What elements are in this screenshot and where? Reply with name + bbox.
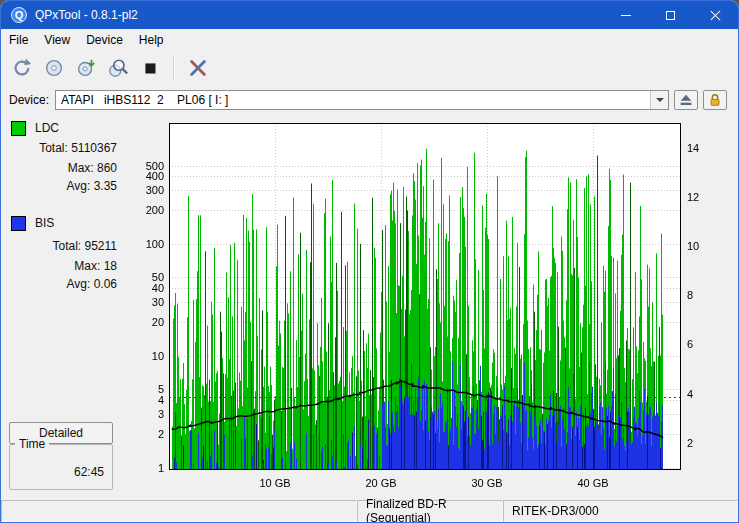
status-panel-empty [1, 500, 357, 522]
device-label: Device: [9, 93, 49, 107]
menu-device[interactable]: Device [78, 30, 131, 50]
time-groupbox: Time 62:45 [9, 444, 113, 490]
menubar: File View Device Help [1, 29, 738, 50]
ldc-avg: Avg: 3.35 [1, 179, 117, 193]
time-label: Time [15, 437, 49, 451]
bis-total: Total: 95211 [1, 239, 117, 253]
device-combobox[interactable]: ATAPI iHBS112 2 PL06 [ I: ] [55, 90, 669, 110]
preview-scan-button[interactable] [105, 55, 131, 81]
status-panel-media-id: RITEK-DR3/000 [503, 500, 738, 522]
chevron-down-icon [656, 98, 664, 102]
quality-chart [125, 113, 737, 501]
device-bar: Device: ATAPI iHBS112 2 PL06 [ I: ] [1, 86, 738, 113]
close-icon [710, 10, 721, 21]
minimize-button[interactable] [603, 1, 648, 29]
menu-file[interactable]: File [1, 30, 36, 50]
toolbar [1, 50, 738, 86]
time-value: 62:45 [74, 465, 104, 479]
statusbar: Finalized BD-R (Sequential) RITEK-DR3/00… [1, 500, 738, 522]
lock-button[interactable] [703, 90, 727, 110]
status-panel-disc-type: Finalized BD-R (Sequential) [357, 500, 503, 522]
maximize-button[interactable] [648, 1, 693, 29]
bis-avg: Avg: 0.06 [1, 277, 117, 291]
bis-swatch [11, 216, 26, 231]
eject-icon [678, 92, 694, 108]
titlebar: Q QPxTool - 0.8.1-pl2 [1, 1, 738, 29]
lock-icon [707, 92, 723, 108]
disc-icon [43, 57, 65, 79]
eject-button[interactable] [674, 90, 698, 110]
chart-area [125, 113, 737, 501]
minimize-icon [621, 15, 631, 16]
stats-panel: LDC Total: 5110367 Max: 860 Avg: 3.35 BI… [1, 113, 125, 500]
ldc-label: LDC [35, 121, 59, 135]
app-icon: Q [11, 7, 27, 23]
ldc-swatch [11, 121, 26, 136]
ldc-max: Max: 860 [1, 161, 117, 175]
menu-view[interactable]: View [36, 30, 78, 50]
maximize-icon [666, 11, 675, 20]
stop-icon [139, 57, 161, 79]
rescan-button[interactable] [9, 55, 35, 81]
refresh-icon [11, 57, 33, 79]
window-title: QPxTool - 0.8.1-pl2 [35, 8, 138, 22]
disc-arrow-icon [75, 57, 97, 79]
disc-info-button[interactable] [41, 55, 67, 81]
ldc-total: Total: 5110367 [1, 141, 117, 155]
bis-label: BIS [35, 216, 54, 230]
combobox-dropdown-arrow[interactable] [650, 91, 668, 109]
settings-button[interactable] [185, 55, 211, 81]
crossed-tools-icon [187, 57, 209, 79]
media-read-button[interactable] [73, 55, 99, 81]
stop-button[interactable] [137, 55, 163, 81]
menu-help[interactable]: Help [131, 30, 172, 50]
device-combobox-value: ATAPI iHBS112 2 PL06 [ I: ] [56, 93, 228, 107]
close-button[interactable] [693, 1, 738, 29]
toolbar-separator [173, 57, 175, 79]
app-window: Q QPxTool - 0.8.1-pl2 File View Device H… [0, 0, 739, 523]
magnifier-icon [107, 57, 129, 79]
bis-max: Max: 18 [1, 259, 117, 273]
